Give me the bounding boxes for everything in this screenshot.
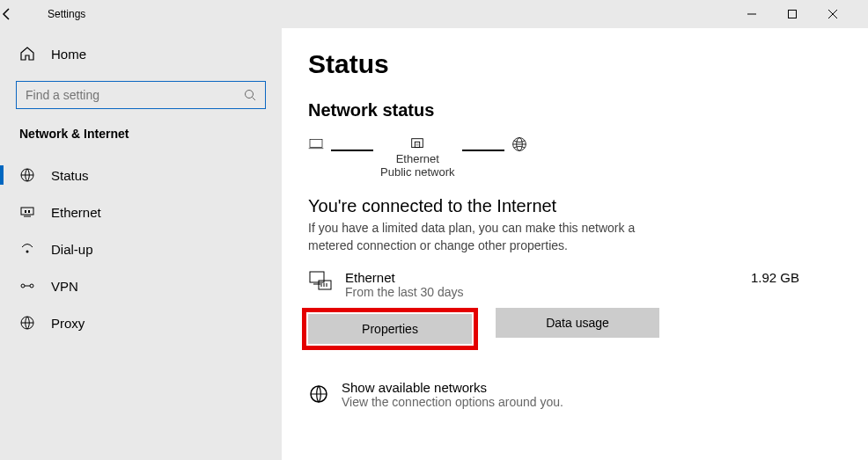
network-diagram: Ethernet Public network [308, 136, 842, 179]
svg-rect-1 [789, 11, 797, 18]
connection-icon [308, 270, 333, 295]
main-content: Status Network status Ethernet Public ne… [282, 28, 868, 460]
adapter-icon [409, 136, 425, 152]
svg-point-11 [30, 284, 33, 288]
highlight-box: Properties [302, 308, 478, 350]
connection-usage: 1.92 GB [751, 270, 842, 285]
properties-button[interactable]: Properties [308, 314, 472, 344]
connection-sub: From the last 30 days [345, 285, 739, 299]
svg-point-10 [21, 284, 25, 288]
proxy-icon [19, 315, 35, 331]
vpn-icon [19, 278, 35, 294]
page-title: Status [308, 49, 842, 79]
home-label: Home [51, 47, 86, 62]
link-sub: View the connection options around you. [342, 395, 563, 409]
link-title: Show available networks [342, 380, 563, 395]
svg-line-3 [253, 98, 256, 101]
minimize-button[interactable] [747, 9, 787, 19]
search-input[interactable] [24, 87, 234, 103]
sidebar-item-status[interactable]: Status [0, 157, 282, 193]
svg-rect-5 [21, 208, 33, 215]
ethernet-icon [19, 204, 35, 220]
sidebar-item-label: VPN [51, 279, 78, 294]
diagram-adapter: Ethernet [396, 152, 439, 165]
home-nav[interactable]: Home [0, 39, 282, 69]
connected-heading: You're connected to the Internet [308, 196, 842, 216]
home-icon [19, 46, 35, 62]
svg-point-2 [246, 91, 254, 99]
svg-rect-14 [310, 140, 322, 148]
search-box[interactable] [16, 81, 266, 109]
svg-rect-7 [28, 210, 30, 213]
connection-row: Ethernet From the last 30 days 1.92 GB [308, 270, 842, 299]
connection-name: Ethernet [345, 270, 739, 285]
sidebar-item-label: Status [51, 168, 89, 183]
globe-small-icon [308, 383, 329, 405]
globe-icon [511, 136, 527, 152]
sidebar-item-label: Ethernet [51, 205, 101, 220]
sidebar-item-ethernet[interactable]: Ethernet [0, 193, 282, 230]
status-icon [19, 167, 35, 183]
title-bar: Settings [0, 0, 868, 28]
dialup-icon [19, 241, 35, 257]
sidebar-item-label: Dial-up [51, 242, 93, 257]
svg-rect-6 [25, 210, 26, 213]
svg-point-9 [26, 251, 29, 253]
diagram-profile: Public network [380, 165, 455, 179]
sidebar: Home Network & Internet Status Ethernet [0, 28, 282, 460]
section-title: Network status [308, 100, 842, 120]
window-title: Settings [42, 8, 85, 20]
sidebar-section-header: Network & Internet [0, 127, 282, 141]
sidebar-item-dialup[interactable]: Dial-up [0, 230, 282, 267]
available-networks-link[interactable]: Show available networks View the connect… [308, 380, 842, 409]
pc-icon [308, 136, 324, 152]
connected-description: If you have a limited data plan, you can… [308, 220, 678, 254]
search-icon [242, 87, 258, 103]
data-usage-button[interactable]: Data usage [496, 308, 659, 338]
close-button[interactable] [828, 9, 868, 19]
sidebar-item-proxy[interactable]: Proxy [0, 304, 282, 341]
sidebar-item-label: Proxy [51, 316, 85, 331]
sidebar-item-vpn[interactable]: VPN [0, 267, 282, 304]
maximize-button[interactable] [787, 9, 828, 19]
back-button[interactable] [0, 7, 42, 21]
svg-rect-16 [412, 139, 423, 148]
svg-rect-17 [416, 142, 420, 147]
